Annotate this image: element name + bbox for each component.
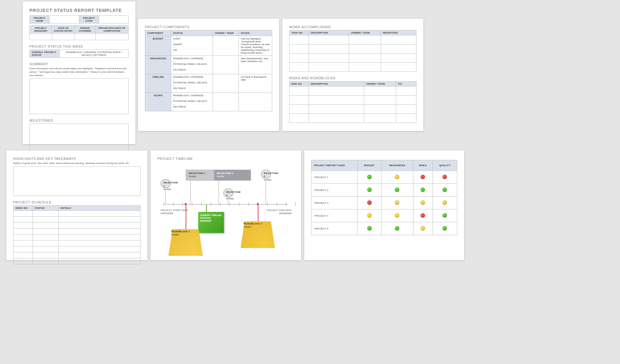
- milestone-box: MILESTONE 4Details: [223, 188, 233, 197]
- milestones-heading: MILESTONES: [29, 119, 129, 122]
- status-light-g: [395, 187, 399, 192]
- summary-hint: Enter information here about overall sta…: [29, 67, 129, 77]
- project-id-table: PROJECT NAMEPROJECT CODE: [29, 15, 129, 24]
- status-light-g: [395, 226, 399, 230]
- current-position-note: CURRENT TIMELINE POSITION 00/00/0000: [198, 212, 224, 233]
- timeline-heading: PROJECT TIMELINE: [157, 157, 294, 161]
- components-title: PROJECT COMPONENTS: [145, 25, 272, 29]
- status-light-y: [421, 200, 425, 205]
- timeline-start-caption: PROJECT START DATE00/00/0000: [161, 209, 188, 215]
- status-light-r: [442, 175, 447, 179]
- risks-table: RISK NO.DESCRIPTIONOWNER / TEAMFIX: [289, 81, 416, 123]
- status-light-g: [367, 226, 372, 230]
- status-light-g: [442, 187, 447, 192]
- components-table: COMPONENT STATUS OWNER / TEAM NOTES BUDG…: [145, 30, 272, 111]
- summary-box[interactable]: [29, 78, 129, 114]
- status-light-y: [442, 200, 447, 205]
- schedule-heading: PROJECT SCHEDULE: [13, 200, 140, 204]
- status-light-y: [367, 213, 372, 218]
- report-card-row: PROJECT 2: [311, 184, 457, 197]
- highlights-box[interactable]: [13, 166, 140, 196]
- risks-heading: RISKS AND ROADBLOCKS: [289, 76, 416, 80]
- report-card-row: PROJECT 1: [311, 171, 457, 184]
- page-3: WORK ACCOMPLISHED TASK NO.DESCRIPTIONOWN…: [282, 19, 423, 131]
- status-light-g: [367, 175, 372, 179]
- work-heading: WORK ACCOMPLISHED: [289, 25, 416, 29]
- status-light-r: [421, 213, 425, 218]
- highlights-heading: HIGHLIGHTS AND KEY TAKEAWAYS: [13, 157, 140, 161]
- report-card-row: PROJECT 4: [311, 209, 457, 222]
- report-card-row: PROJECT 5: [311, 222, 457, 235]
- status-light-y: [395, 175, 399, 179]
- status-light-r: [421, 175, 425, 179]
- report-card-table: PROJECT REPORT CARD BUDGETRESOURCESRISKS…: [311, 160, 457, 235]
- timeline-chart: MILESTONE 1Details MILESTONE 2Details MI…: [157, 162, 294, 259]
- status-light-g: [442, 226, 447, 230]
- milestone-box: MILESTONE 1Details: [161, 179, 171, 188]
- schedule-table: WEEK NO.STATUSDETAILS: [13, 205, 140, 264]
- status-week-table: OVERALL PROJECT STATUSROADBLOCK / OVERAG…: [29, 50, 129, 58]
- status-week-heading: PROJECT STATUS THIS WEEK: [29, 45, 129, 48]
- page-1: PROJECT STATUS REPORT TEMPLATE PROJECT N…: [23, 2, 135, 144]
- page-2: PROJECT COMPONENTS COMPONENT STATUS OWNE…: [138, 19, 279, 131]
- milestone-box: MILESTONE 3Details: [214, 170, 251, 181]
- summary-heading: SUMMARY: [29, 62, 129, 66]
- components-row: RESOURCESROADBLOCK / OVERAGE – POTENTIAL…: [145, 56, 272, 74]
- components-row: BUDGETOVER – UNDER – ONCall out highligh…: [145, 36, 272, 56]
- status-light-g: [442, 213, 447, 218]
- components-row: SCOPEROADBLOCK / OVERAGE – POTENTIAL RIS…: [145, 93, 272, 111]
- status-light-g: [367, 187, 372, 192]
- page-4: HIGHLIGHTS AND KEY TAKEAWAYS Bullets of …: [6, 150, 147, 260]
- status-light-y: [395, 213, 399, 218]
- report-card-row: PROJECT 3: [311, 197, 457, 209]
- status-light-y: [421, 226, 425, 230]
- components-row: TIMELINEROADBLOCK / OVERAGE – POTENTIAL …: [145, 74, 272, 93]
- page1-title: PROJECT STATUS REPORT TEMPLATE: [29, 8, 129, 13]
- timeline-end-caption: PROJECT END DATE00/00/0000: [267, 209, 292, 215]
- milestone-box: MILESTONE 5Details: [261, 170, 271, 178]
- highlights-hint: Bullets of great work, who owns what, wh…: [13, 162, 140, 165]
- page-5: PROJECT TIMELINE MILESTONE 1Details MILE…: [151, 150, 301, 260]
- status-light-r: [367, 200, 372, 205]
- work-table: TASK NO.DESCRIPTIONOWNER / TEAMRECEPTION: [289, 30, 416, 72]
- status-light-y: [395, 200, 399, 205]
- page-6: PROJECT REPORT CARD BUDGETRESOURCESRISKS…: [304, 150, 464, 260]
- project-info-table: PROJECT MANAGERDATE OF STATUS ENTRYPERIO…: [29, 25, 129, 40]
- status-light-g: [421, 187, 425, 192]
